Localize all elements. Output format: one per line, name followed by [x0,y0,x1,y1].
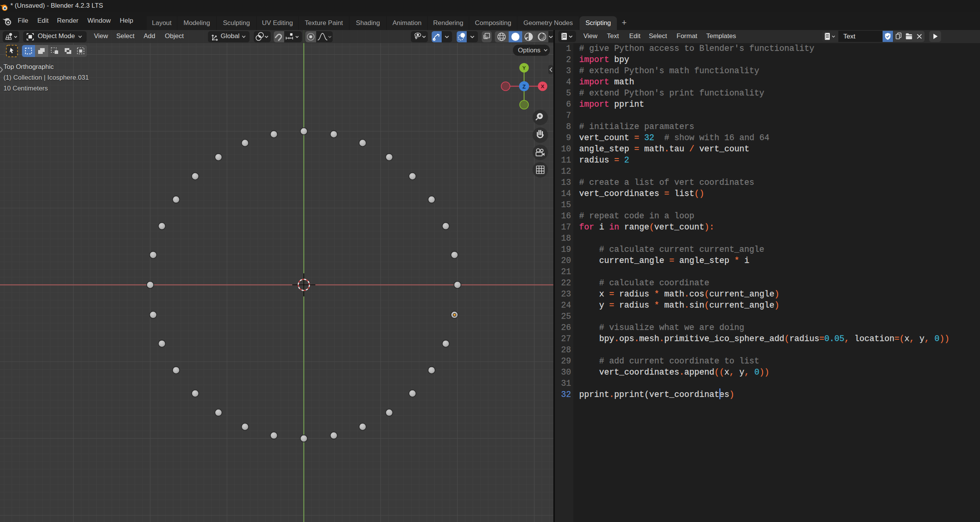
svg-text:X: X [541,84,544,89]
svg-text:Z: Z [523,84,526,90]
svg-text:Y: Y [522,65,526,71]
